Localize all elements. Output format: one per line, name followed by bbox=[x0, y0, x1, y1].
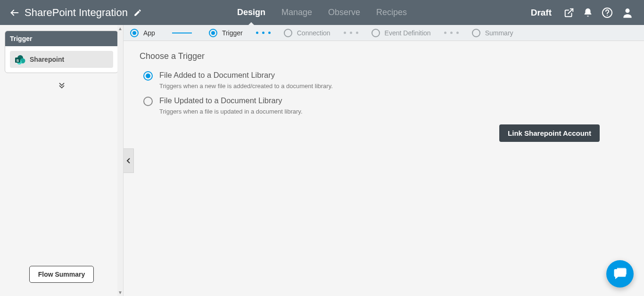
bell-icon[interactable] bbox=[583, 8, 593, 18]
option-texts: File Updated to a Document Library Trigg… bbox=[159, 96, 303, 122]
svg-point-4 bbox=[625, 8, 629, 13]
flow-summary-wrap: Flow Summary bbox=[5, 266, 118, 290]
step-summary[interactable]: Summary bbox=[472, 29, 513, 37]
flow-summary-button[interactable]: Flow Summary bbox=[29, 266, 94, 283]
trigger-card: Trigger S Sharepoint bbox=[5, 31, 118, 73]
sidebar-collapse-handle[interactable] bbox=[124, 148, 134, 173]
step-label: Trigger bbox=[222, 29, 243, 37]
tab-label: Manage bbox=[281, 8, 312, 17]
sharepoint-app-item[interactable]: S Sharepoint bbox=[10, 51, 113, 68]
top-right-actions: Draft bbox=[531, 7, 644, 19]
step-label: Event Definition bbox=[385, 29, 431, 37]
chat-icon bbox=[613, 267, 627, 281]
tab-design[interactable]: Design bbox=[237, 0, 265, 25]
content: Choose a Trigger File Added to a Documen… bbox=[124, 41, 644, 152]
stepper-connector bbox=[444, 32, 459, 34]
section-title: Choose a Trigger bbox=[140, 51, 628, 61]
trigger-card-body: S Sharepoint bbox=[5, 46, 118, 73]
step-indicator-icon bbox=[209, 29, 217, 37]
option-texts: File Added to a Document Library Trigger… bbox=[159, 71, 333, 96]
stepper: App Trigger Connection bbox=[124, 25, 644, 41]
step-indicator-icon bbox=[284, 29, 292, 37]
tab-recipes[interactable]: Recipes bbox=[376, 0, 407, 25]
step-connection[interactable]: Connection bbox=[284, 29, 330, 37]
stepper-connector bbox=[256, 32, 271, 34]
dot-icon bbox=[256, 32, 258, 34]
scroll-up-icon[interactable]: ▲ bbox=[118, 25, 123, 32]
svg-line-1 bbox=[568, 8, 573, 13]
step-label: App bbox=[143, 29, 155, 37]
step-indicator-icon bbox=[372, 29, 380, 37]
stepper-connector bbox=[344, 32, 358, 34]
tab-observe[interactable]: Observe bbox=[328, 0, 360, 25]
option-title: File Added to a Document Library bbox=[159, 71, 333, 80]
sidebar-scrollbar[interactable]: ▲ ▼ bbox=[117, 25, 123, 296]
dot-icon bbox=[268, 32, 271, 34]
svg-text:S: S bbox=[17, 58, 19, 63]
option-title: File Updated to a Document Library bbox=[159, 96, 303, 105]
page-title: SharePoint Integration bbox=[25, 7, 128, 19]
dot-icon bbox=[350, 32, 352, 34]
help-icon[interactable] bbox=[602, 7, 613, 18]
user-icon[interactable] bbox=[621, 7, 634, 19]
radio-icon bbox=[143, 71, 153, 81]
back-arrow-icon[interactable] bbox=[9, 8, 20, 18]
edit-icon[interactable] bbox=[133, 8, 142, 17]
dot-icon bbox=[344, 32, 346, 34]
trigger-card-title: Trigger bbox=[5, 31, 118, 46]
title-group: SharePoint Integration bbox=[0, 7, 189, 19]
tab-label: Recipes bbox=[376, 8, 407, 17]
trigger-option-file-updated[interactable]: File Updated to a Document Library Trigg… bbox=[140, 96, 628, 122]
option-desc: Triggers when a file is updated in a doc… bbox=[159, 108, 303, 115]
step-label: Summary bbox=[485, 29, 513, 37]
step-indicator-icon bbox=[130, 29, 139, 37]
top-tabs: Design Manage Observe Recipes bbox=[237, 0, 407, 25]
link-sharepoint-button[interactable]: Link Sharepoint Account bbox=[499, 124, 600, 142]
sidebar: Trigger S Sharepoint bbox=[0, 25, 124, 296]
link-button-wrap: Link Sharepoint Account bbox=[140, 124, 628, 142]
dot-icon bbox=[356, 32, 358, 34]
app-item-label: Sharepoint bbox=[30, 56, 64, 63]
step-indicator-icon bbox=[472, 29, 480, 37]
step-trigger[interactable]: Trigger bbox=[209, 29, 243, 37]
dot-icon bbox=[444, 32, 446, 34]
scroll-down-icon[interactable]: ▼ bbox=[118, 289, 123, 296]
body-wrap: Trigger S Sharepoint bbox=[0, 25, 644, 296]
tab-label: Observe bbox=[328, 8, 360, 17]
expand-down-icon[interactable] bbox=[5, 82, 118, 92]
tab-label: Design bbox=[237, 8, 265, 17]
dot-icon bbox=[450, 32, 453, 34]
option-desc: Triggers when a new file is added/create… bbox=[159, 82, 333, 90]
tab-manage[interactable]: Manage bbox=[281, 0, 312, 25]
step-label: Connection bbox=[297, 29, 330, 37]
stepper-connector bbox=[172, 33, 192, 33]
sidebar-inner: Trigger S Sharepoint bbox=[0, 25, 123, 296]
radio-icon bbox=[143, 97, 153, 106]
step-event-definition[interactable]: Event Definition bbox=[372, 29, 431, 37]
svg-point-3 bbox=[607, 15, 608, 16]
status-badge: Draft bbox=[531, 8, 552, 18]
top-bar: SharePoint Integration Design Manage Obs… bbox=[0, 0, 644, 25]
chat-fab[interactable] bbox=[606, 260, 634, 288]
step-app[interactable]: App bbox=[130, 29, 155, 37]
trigger-option-file-added[interactable]: File Added to a Document Library Trigger… bbox=[140, 71, 628, 96]
sharepoint-logo-icon: S bbox=[15, 55, 25, 64]
dot-icon bbox=[262, 32, 264, 34]
main-area: App Trigger Connection bbox=[124, 25, 644, 296]
open-external-icon[interactable] bbox=[564, 8, 574, 18]
dot-icon bbox=[456, 32, 459, 34]
